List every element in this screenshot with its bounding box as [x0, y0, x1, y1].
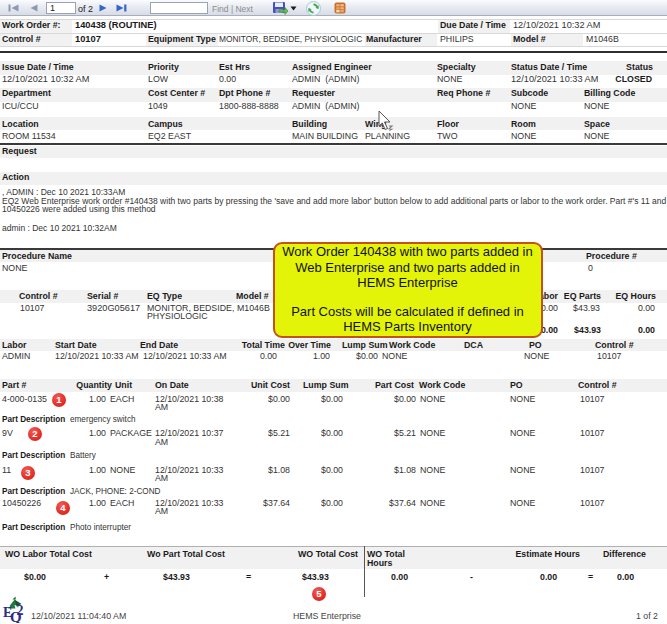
svg-text:Q: Q — [10, 609, 22, 623]
